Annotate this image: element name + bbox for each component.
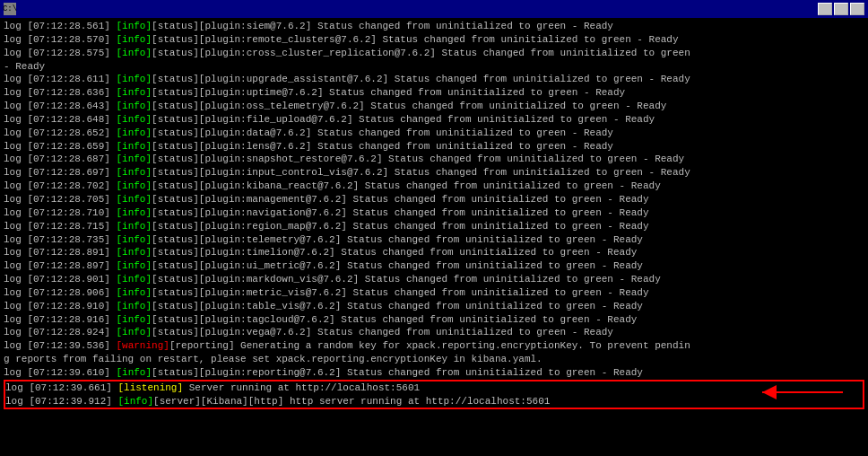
minimize-button[interactable] xyxy=(818,3,832,15)
log-line: log [07:12:28.916] [info][status][plugin… xyxy=(4,313,864,327)
cmd-icon: C:\ xyxy=(4,3,16,15)
log-line: log [07:12:28.891] [info][status][plugin… xyxy=(4,246,864,259)
window: C:\ log [07:12:28.561] [info][status][pl… xyxy=(0,0,868,456)
log-line: log [07:12:28.705] [info][status][plugin… xyxy=(4,193,864,206)
log-line: log [07:12:28.652] [info][status][plugin… xyxy=(4,127,864,140)
log-line: log [07:12:28.897] [info][status][plugin… xyxy=(4,259,864,273)
log-line: log [07:12:28.575] [info][status][plugin… xyxy=(4,47,864,60)
log-line: log [07:12:39.536] [warning][reporting] … xyxy=(4,339,864,353)
log-line: log [07:12:39.912] [info][server][Kibana… xyxy=(5,395,863,408)
log-line: - Ready xyxy=(4,60,864,74)
log-line: log [07:12:28.611] [info][status][plugin… xyxy=(4,73,864,86)
log-line: log [07:12:28.687] [info][status][plugin… xyxy=(4,153,864,166)
log-line: log [07:12:39.661] [listening] Server ru… xyxy=(5,381,863,395)
log-line: log [07:12:28.561] [info][status][plugin… xyxy=(4,20,864,33)
log-line: log [07:12:28.906] [info][status][plugin… xyxy=(4,286,864,300)
log-line: log [07:12:28.702] [info][status][plugin… xyxy=(4,180,864,193)
log-line: log [07:12:28.710] [info][status][plugin… xyxy=(4,206,864,220)
console-output: log [07:12:28.561] [info][status][plugin… xyxy=(0,18,868,456)
log-line: log [07:12:39.610] [info][status][plugin… xyxy=(4,366,864,380)
log-line: log [07:12:28.636] [info][status][plugin… xyxy=(4,86,864,100)
log-line: log [07:12:28.735] [info][status][plugin… xyxy=(4,233,864,247)
log-line: log [07:12:28.901] [info][status][plugin… xyxy=(4,273,864,286)
log-line: log [07:12:28.643] [info][status][plugin… xyxy=(4,100,864,113)
log-line: log [07:12:28.659] [info][status][plugin… xyxy=(4,140,864,153)
title-bar: C:\ xyxy=(0,0,868,18)
log-line: log [07:12:28.570] [info][status][plugin… xyxy=(4,33,864,47)
log-line: g reports from failing on restart, pleas… xyxy=(4,353,864,366)
log-line: log [07:12:28.697] [info][status][plugin… xyxy=(4,166,864,180)
log-line: log [07:12:28.924] [info][status][plugin… xyxy=(4,326,864,339)
log-line: log [07:12:28.648] [info][status][plugin… xyxy=(4,113,864,127)
title-bar-buttons xyxy=(818,3,864,15)
log-line: log [07:12:28.910] [info][status][plugin… xyxy=(4,300,864,313)
console-inner: log [07:12:28.561] [info][status][plugin… xyxy=(4,20,864,409)
maximize-button[interactable] xyxy=(834,3,848,15)
title-bar-left: C:\ xyxy=(4,3,22,15)
close-button[interactable] xyxy=(850,3,864,15)
log-line: log [07:12:28.715] [info][status][plugin… xyxy=(4,220,864,233)
